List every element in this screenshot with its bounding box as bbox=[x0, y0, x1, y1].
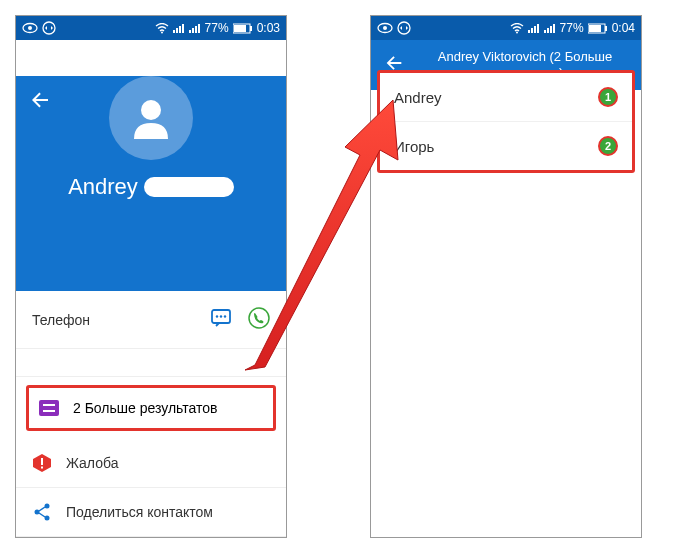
message-icon[interactable] bbox=[210, 307, 232, 332]
svg-line-28 bbox=[39, 513, 45, 517]
teamviewer-icon bbox=[397, 21, 411, 35]
svg-rect-11 bbox=[198, 24, 200, 33]
result-name: Игорь bbox=[394, 138, 434, 155]
teamviewer-icon bbox=[42, 21, 56, 35]
svg-point-2 bbox=[43, 22, 55, 34]
svg-point-24 bbox=[45, 504, 50, 509]
signal-icon-2 bbox=[189, 23, 201, 34]
svg-rect-45 bbox=[605, 26, 607, 31]
phone-screen-1: 77% 0:03 Andrey Телефон bbox=[15, 15, 287, 538]
svg-point-3 bbox=[161, 31, 163, 33]
svg-rect-44 bbox=[589, 25, 601, 32]
svg-point-1 bbox=[28, 26, 32, 30]
call-icon[interactable] bbox=[248, 307, 270, 332]
svg-rect-14 bbox=[250, 26, 252, 31]
telephone-section: Телефон bbox=[16, 291, 286, 349]
result-badge-2: 2 bbox=[598, 136, 618, 156]
svg-point-18 bbox=[220, 315, 222, 317]
clock-time: 0:04 bbox=[612, 21, 635, 35]
svg-rect-39 bbox=[544, 30, 546, 33]
svg-rect-5 bbox=[176, 28, 178, 33]
svg-point-15 bbox=[141, 100, 161, 120]
svg-rect-23 bbox=[41, 467, 43, 469]
svg-rect-36 bbox=[531, 28, 533, 33]
eye-icon bbox=[22, 22, 38, 34]
svg-point-25 bbox=[35, 510, 40, 515]
svg-point-20 bbox=[249, 308, 269, 328]
svg-rect-38 bbox=[537, 24, 539, 33]
report-label: Жалоба bbox=[66, 455, 118, 471]
back-button[interactable] bbox=[28, 88, 52, 112]
result-name: Andrey bbox=[394, 89, 442, 106]
svg-point-34 bbox=[516, 31, 518, 33]
svg-rect-6 bbox=[179, 26, 181, 33]
svg-rect-35 bbox=[528, 30, 530, 33]
wifi-icon bbox=[510, 23, 524, 34]
highlight-more-results: 2 Больше результатов bbox=[26, 385, 276, 431]
svg-rect-10 bbox=[195, 26, 197, 33]
spacer bbox=[16, 349, 286, 377]
svg-rect-40 bbox=[547, 28, 549, 33]
svg-line-27 bbox=[39, 507, 45, 511]
telephone-label: Телефон bbox=[32, 312, 90, 328]
list-icon bbox=[39, 400, 59, 416]
status-bar: 77% 0:04 bbox=[371, 16, 641, 40]
svg-rect-13 bbox=[234, 25, 246, 32]
svg-point-17 bbox=[216, 315, 218, 317]
wifi-icon bbox=[155, 23, 169, 34]
share-label: Поделиться контактом bbox=[66, 504, 213, 520]
svg-rect-37 bbox=[534, 26, 536, 33]
redacted-surname bbox=[144, 177, 234, 197]
svg-rect-4 bbox=[173, 30, 175, 33]
svg-rect-7 bbox=[182, 24, 184, 33]
signal-icon-2 bbox=[544, 23, 556, 34]
battery-icon bbox=[233, 23, 253, 34]
report-button[interactable]: Жалоба bbox=[16, 439, 286, 488]
svg-rect-9 bbox=[192, 28, 194, 33]
battery-icon bbox=[588, 23, 608, 34]
result-row[interactable]: Игорь 2 bbox=[380, 121, 632, 170]
add-to-book-button[interactable]: Добавьте номер в свою телефонную книгу bbox=[16, 537, 286, 538]
svg-rect-8 bbox=[189, 30, 191, 33]
result-row[interactable]: Andrey 1 bbox=[380, 73, 632, 121]
more-results-label: 2 Больше результатов bbox=[73, 400, 218, 416]
svg-rect-41 bbox=[550, 26, 552, 33]
svg-point-33 bbox=[398, 22, 410, 34]
share-icon bbox=[32, 502, 52, 522]
signal-icon bbox=[528, 23, 540, 34]
svg-point-19 bbox=[224, 315, 226, 317]
highlight-results: Andrey 1 Игорь 2 bbox=[377, 70, 635, 173]
svg-rect-22 bbox=[41, 458, 43, 465]
svg-point-32 bbox=[383, 26, 387, 30]
result-badge-1: 1 bbox=[598, 87, 618, 107]
battery-percent: 77% bbox=[560, 21, 584, 35]
phone-screen-2: 77% 0:04 Andrey Viktorovich (2 Больше ре… bbox=[370, 15, 642, 538]
avatar bbox=[109, 76, 193, 160]
share-button[interactable]: Поделиться контактом bbox=[16, 488, 286, 537]
status-bar: 77% 0:03 bbox=[16, 16, 286, 40]
svg-point-26 bbox=[45, 516, 50, 521]
contact-name: Andrey bbox=[68, 174, 138, 200]
svg-rect-42 bbox=[553, 24, 555, 33]
signal-icon bbox=[173, 23, 185, 34]
report-icon bbox=[32, 453, 52, 473]
clock-time: 0:03 bbox=[257, 21, 280, 35]
contact-header: Andrey bbox=[16, 76, 286, 291]
battery-percent: 77% bbox=[205, 21, 229, 35]
eye-icon bbox=[377, 22, 393, 34]
contact-name-row: Andrey bbox=[16, 174, 286, 200]
more-results-button[interactable]: 2 Больше результатов bbox=[29, 388, 273, 428]
